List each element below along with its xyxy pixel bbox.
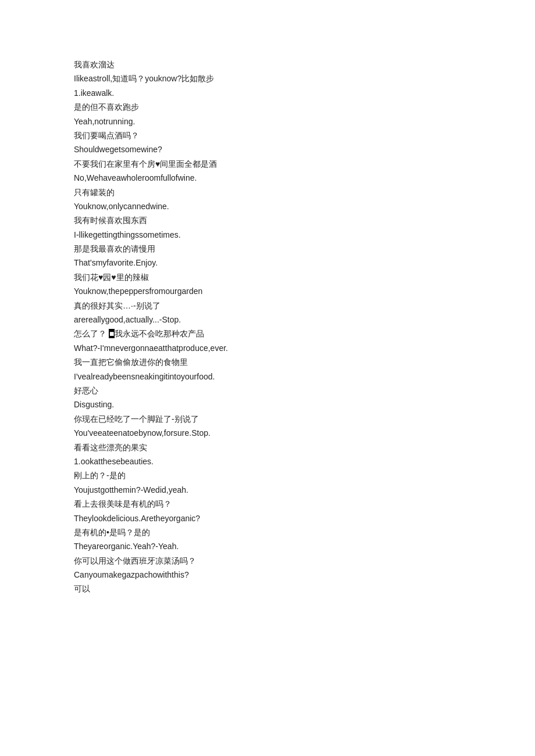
text-l4: 是的但不喜欢跑步 xyxy=(74,102,139,112)
text-l29: 1.ookatthesebeauties. xyxy=(74,457,154,466)
line-l8: 不要我们在家里有个房♥间里面全都是酒 xyxy=(74,157,461,170)
line-l9: No,Wehaveawholeroomfullofwine. xyxy=(74,171,461,184)
line-l30: 刚上的？-是的 xyxy=(74,469,461,482)
line-l38: 可以 xyxy=(74,582,461,595)
line-l10: 只有罐装的 xyxy=(74,186,461,199)
text-l3: 1.ikeawalk. xyxy=(74,88,114,98)
text-l26: 你现在已经吃了一个脚趾了-别说了 xyxy=(74,414,199,424)
text-l8: 不要我们在家里有个房♥间里面全都是酒 xyxy=(74,159,217,169)
line-l14: 那是我最喜欢的请慢用 xyxy=(74,242,461,255)
line-l37: Canyoumakegazpachowiththis? xyxy=(74,568,461,581)
text-l32: 看上去很美味是有机的吗？ xyxy=(74,499,172,508)
text-l21: What?-I'mnevergonnaeatthatproduce,ever. xyxy=(74,343,228,353)
text-l20-part1: 怎么了？ xyxy=(74,329,109,338)
line-l32: 看上去很美味是有机的吗？ xyxy=(74,497,461,510)
content-area: 我喜欢溜达 Ilikeastroll,知道吗？youknow?比如散步 1.ik… xyxy=(74,58,461,596)
text-l7: Shouldwegetsomewine? xyxy=(74,145,162,154)
text-l33: Theylookdelicious.Aretheyorganic? xyxy=(74,514,200,523)
text-l10: 只有罐装的 xyxy=(74,188,115,197)
text-l1: 我喜欢溜达 xyxy=(74,60,115,69)
text-l30: 刚上的？-是的 xyxy=(74,471,126,480)
text-l9: No,Wehaveawholeroomfullofwine. xyxy=(74,173,197,182)
text-l34: 是有机的•是吗？是的 xyxy=(74,528,150,537)
text-l18: 真的很好其实…·-别说了 xyxy=(74,301,160,310)
line-l11: Youknow,onlycannedwine. xyxy=(74,200,461,213)
line-l19: arereallygood,actually...-Stop. xyxy=(74,313,461,326)
line-l2: Ilikeastroll,知道吗？youknow?比如散步 xyxy=(74,72,461,85)
line-l18: 真的很好其实…·-别说了 xyxy=(74,299,461,312)
line-l27: You'veeateenatoebynow,forsure.Stop. xyxy=(74,427,461,439)
text-l17: Youknow,thepeppersfromourgarden xyxy=(74,286,202,296)
line-l33: Theylookdelicious.Aretheyorganic? xyxy=(74,512,461,525)
line-l7: Shouldwegetsomewine? xyxy=(74,143,461,156)
text-l25: Disgusting. xyxy=(74,400,114,409)
line-l3: 1.ikeawalk. xyxy=(74,87,461,99)
line-l26: 你现在已经吃了一个脚趾了-别说了 xyxy=(74,413,461,425)
text-l23: I'vealreadybeensneakingitintoyourfood. xyxy=(74,372,215,381)
text-l16: 我们花♥园♥里的辣椒 xyxy=(74,273,149,282)
text-l15: That'smyfavorite.Enjoy. xyxy=(74,258,158,267)
line-l6: 我们要喝点酒吗？ xyxy=(74,129,461,142)
line-l20: 怎么了？ ■我永远不会吃那种农产品 xyxy=(74,327,461,340)
text-l36: 你可以用这个做西班牙凉菜汤吗？ xyxy=(74,556,196,565)
text-l28: 看看这些漂亮的果实 xyxy=(74,443,147,452)
line-l17: Youknow,thepeppersfromourgarden xyxy=(74,285,461,298)
text-l19: arereallygood,actually...-Stop. xyxy=(74,315,181,324)
text-l27: You'veeateenatoebynow,forsure.Stop. xyxy=(74,428,211,438)
text-l12: 我有时候喜欢囤东西 xyxy=(74,216,147,225)
text-l20-part2: 我永远不会吃那种农产品 xyxy=(115,329,204,338)
line-l29: 1.ookatthesebeauties. xyxy=(74,455,461,468)
line-l22: 我一直把它偷偷放进你的食物里 xyxy=(74,356,461,368)
text-l11: Youknow,onlycannedwine. xyxy=(74,202,169,211)
line-l24: 好恶心 xyxy=(74,384,461,397)
text-l14: 那是我最喜欢的请慢用 xyxy=(74,244,155,253)
text-l31: Youjustgotthemin?-Wedid,yeah. xyxy=(74,485,188,495)
text-l5: Yeah,notrunning. xyxy=(74,117,135,126)
text-l37: Canyoumakegazpachowiththis? xyxy=(74,570,189,579)
line-l23: I'vealreadybeensneakingitintoyourfood. xyxy=(74,370,461,383)
line-l25: Disgusting. xyxy=(74,398,461,411)
text-l22: 我一直把它偷偷放进你的食物里 xyxy=(74,357,188,367)
line-l15: That'smyfavorite.Enjoy. xyxy=(74,256,461,269)
highlight-block: ■ xyxy=(109,329,115,338)
text-l6: 我们要喝点酒吗？ xyxy=(74,131,139,140)
line-l28: 看看这些漂亮的果实 xyxy=(74,441,461,454)
line-l16: 我们花♥园♥里的辣椒 xyxy=(74,271,461,284)
line-l21: What?-I'mnevergonnaeatthatproduce,ever. xyxy=(74,342,461,354)
text-l13: I-llikegettingthingssometimes. xyxy=(74,230,181,239)
line-l5: Yeah,notrunning. xyxy=(74,115,461,128)
line-l34: 是有机的•是吗？是的 xyxy=(74,526,461,539)
text-l38: 可以 xyxy=(74,584,90,593)
line-l1: 我喜欢溜达 xyxy=(74,58,461,71)
line-l36: 你可以用这个做西班牙凉菜汤吗？ xyxy=(74,554,461,567)
text-l35: Theyareorganic.Yeah?-Yeah. xyxy=(74,542,179,551)
text-l2: Ilikeastroll,知道吗？youknow?比如散步 xyxy=(74,74,214,83)
text-l24: 好恶心 xyxy=(74,386,98,395)
line-l31: Youjustgotthemin?-Wedid,yeah. xyxy=(74,483,461,496)
line-l13: I-llikegettingthingssometimes. xyxy=(74,228,461,241)
line-l4: 是的但不喜欢跑步 xyxy=(74,101,461,113)
line-l35: Theyareorganic.Yeah?-Yeah. xyxy=(74,540,461,553)
line-l12: 我有时候喜欢囤东西 xyxy=(74,214,461,227)
